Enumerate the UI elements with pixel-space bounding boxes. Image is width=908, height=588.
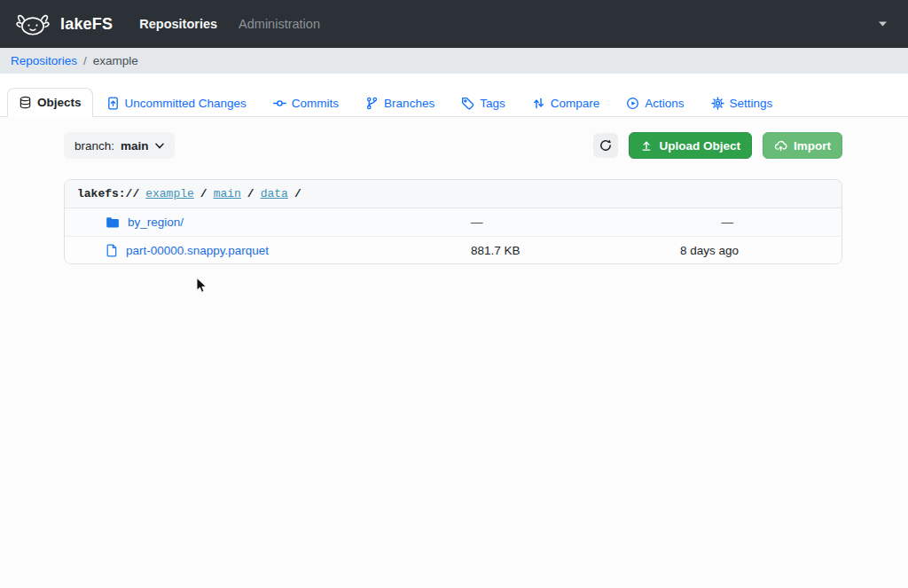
tab-tags[interactable]: Tags <box>459 90 507 117</box>
nav-item-administration[interactable]: Administration <box>230 10 329 38</box>
path-separator: / <box>247 187 254 200</box>
tab-branches[interactable]: Branches <box>364 90 436 117</box>
chevron-down-icon <box>155 143 164 149</box>
tab-objects-label: Objects <box>37 96 82 109</box>
object-modified: 8 days ago <box>680 244 841 257</box>
object-link-folder[interactable]: by_region/ <box>128 216 184 229</box>
object-size: — <box>471 216 680 229</box>
table-row: part-00000.snappy.parquet 881.7 KB 8 day… <box>65 236 841 263</box>
breadcrumb-separator: / <box>83 54 87 67</box>
tab-objects[interactable]: Objects <box>7 88 93 117</box>
object-size: 881.7 KB <box>471 244 680 257</box>
table-row: by_region/ — — <box>65 208 841 236</box>
mouse-cursor <box>196 278 207 297</box>
file-diff-icon <box>106 97 120 110</box>
database-icon <box>19 96 32 109</box>
objects-toolbar: branch: main Upload Object <box>64 132 842 159</box>
breadcrumb: Repositories / example <box>0 48 908 74</box>
tab-commits[interactable]: Commits <box>271 90 340 117</box>
gear-icon <box>711 97 724 110</box>
refresh-button[interactable] <box>593 133 618 158</box>
top-navbar: lakeFS Repositories Administration <box>0 0 908 48</box>
branch-selector-label: branch: <box>74 139 114 153</box>
path-link-branch[interactable]: main <box>214 187 241 200</box>
upload-object-label: Upload Object <box>659 139 740 153</box>
tab-settings[interactable]: Settings <box>709 90 775 117</box>
play-circle-icon <box>626 97 639 110</box>
object-link-file[interactable]: part-00000.snappy.parquet <box>126 244 269 257</box>
cloud-upload-icon <box>774 139 787 153</box>
tab-compare-label: Compare <box>551 97 600 110</box>
breadcrumb-repositories-link[interactable]: Repositories <box>11 54 77 67</box>
repo-tabs-bar: Objects Uncommitted Changes Commits <box>0 74 908 117</box>
import-button[interactable]: Import <box>763 132 842 159</box>
path-link-repo[interactable]: example <box>145 187 194 200</box>
main-nav: Repositories Administration <box>130 10 329 38</box>
import-label: Import <box>794 139 831 153</box>
uri-path-bar: lakefs:// example / main / data / <box>65 180 841 208</box>
brand-name: lakeFS <box>60 15 113 34</box>
refresh-icon <box>599 138 613 153</box>
path-separator: / <box>200 187 207 200</box>
git-branch-icon <box>365 97 379 110</box>
user-menu-caret-icon[interactable] <box>872 16 894 32</box>
tab-tags-label: Tags <box>480 97 505 110</box>
uri-scheme: lakefs:// <box>77 187 139 200</box>
tab-actions[interactable]: Actions <box>624 90 685 117</box>
lakefs-logo-brand[interactable]: lakeFS <box>14 11 113 37</box>
tab-compare[interactable]: Compare <box>530 90 602 117</box>
tab-settings-label: Settings <box>730 97 773 110</box>
upload-icon <box>640 139 653 152</box>
upload-object-button[interactable]: Upload Object <box>629 132 752 159</box>
tab-branches-label: Branches <box>384 97 434 110</box>
commit-icon <box>273 97 286 110</box>
branch-selector-value: main <box>121 139 149 153</box>
tab-uncommitted-changes-label: Uncommitted Changes <box>125 97 247 110</box>
object-modified: — <box>680 216 841 229</box>
compare-arrows-icon <box>532 97 545 110</box>
breadcrumb-current-repo: example <box>93 54 138 67</box>
nav-item-repositories[interactable]: Repositories <box>130 10 226 38</box>
branch-selector[interactable]: branch: main <box>64 132 175 159</box>
tab-actions-label: Actions <box>645 97 684 110</box>
tab-commits-label: Commits <box>292 97 339 110</box>
file-icon <box>106 244 118 257</box>
axolotl-logo-icon <box>14 11 51 37</box>
tab-uncommitted-changes[interactable]: Uncommitted Changes <box>105 90 248 117</box>
path-link-folder[interactable]: data <box>261 187 288 200</box>
path-trailing-separator: / <box>294 187 301 200</box>
folder-icon <box>106 216 120 229</box>
tag-icon <box>461 97 474 110</box>
object-browser-card: lakefs:// example / main / data / by_reg… <box>64 179 842 264</box>
